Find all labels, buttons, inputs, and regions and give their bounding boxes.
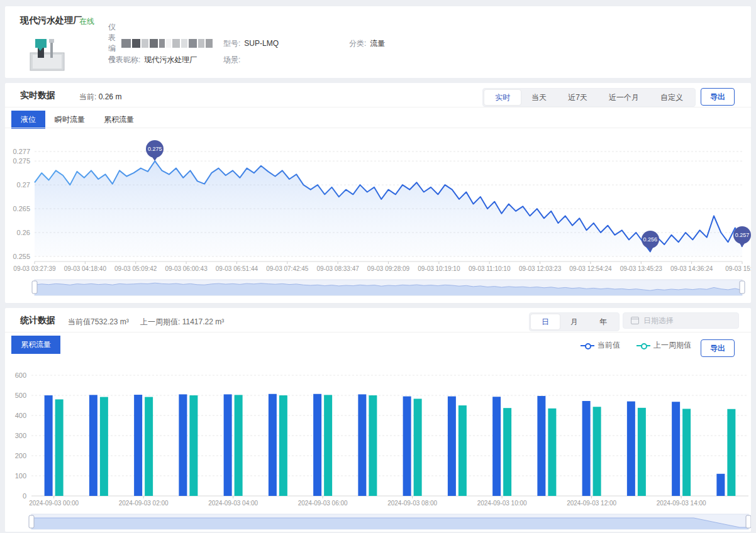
svg-text:0.255: 0.255 <box>13 253 30 260</box>
svg-text:600: 600 <box>15 371 26 379</box>
bar-previous <box>55 399 64 496</box>
bar-current <box>627 402 635 496</box>
bar-current <box>179 394 187 496</box>
category-value: 流量 <box>370 38 385 49</box>
bar-current <box>537 396 545 496</box>
svg-text:300: 300 <box>15 432 26 439</box>
svg-text:100: 100 <box>15 472 26 480</box>
svg-text:09-03 12:54:24: 09-03 12:54:24 <box>569 265 612 272</box>
device-photo <box>29 34 65 72</box>
svg-text:2024-09-03 04:00: 2024-09-03 04:00 <box>208 500 258 507</box>
svg-text:200: 200 <box>15 452 26 459</box>
bar-current <box>313 394 321 496</box>
bar-previous <box>324 395 332 496</box>
svg-text:0.275: 0.275 <box>13 157 30 165</box>
bar-current <box>89 395 97 496</box>
svg-text:09-03 07:42:45: 09-03 07:42:45 <box>266 265 309 272</box>
bar-previous <box>459 405 467 496</box>
bar-current <box>134 395 142 496</box>
online-status-badge: 在线 <box>79 16 94 27</box>
bar-current <box>672 402 680 496</box>
svg-text:500: 500 <box>15 392 26 399</box>
svg-text:0.265: 0.265 <box>13 205 30 212</box>
bar-previous <box>638 408 646 496</box>
min-value-marker: 0.256 <box>642 231 659 248</box>
svg-text:2024-09-03 08:00: 2024-09-03 08:00 <box>387 500 437 507</box>
svg-text:09-03 04:18:40: 09-03 04:18:40 <box>64 265 107 272</box>
last-value-marker: 0.257 <box>733 226 751 244</box>
bar-previous <box>279 395 287 496</box>
bar-previous <box>100 397 108 496</box>
bar-previous <box>414 398 422 496</box>
svg-text:2024-09-03 14:00: 2024-09-03 14:00 <box>657 500 706 507</box>
flow-bar-chart: 60050040030020010002024-09-03 00:002024-… <box>5 308 751 532</box>
svg-text:09-03 06:51:44: 09-03 06:51:44 <box>216 265 258 272</box>
line-datazoom-slider[interactable] <box>32 280 745 295</box>
bar-previous <box>548 409 556 496</box>
svg-text:400: 400 <box>15 412 26 419</box>
bar-current <box>492 397 501 496</box>
svg-text:09-03 12:03:23: 09-03 12:03:23 <box>519 265 562 272</box>
bar-previous <box>145 397 153 496</box>
model-value: SUP-LMQ <box>244 39 279 48</box>
svg-text:2024-09-03 12:00: 2024-09-03 12:00 <box>567 500 616 507</box>
bar-current <box>448 397 456 496</box>
line-slider-right-handle[interactable] <box>740 281 745 294</box>
line-x-axis: 09-03 03:27:3909-03 04:18:4009-03 05:09:… <box>13 261 751 272</box>
svg-text:2024-09-03 02:00: 2024-09-03 02:00 <box>119 500 169 507</box>
bar-current <box>582 401 591 496</box>
bar-current <box>45 395 53 496</box>
svg-text:09-03 09:28:09: 09-03 09:28:09 <box>367 265 410 272</box>
bar-previous <box>235 395 243 496</box>
svg-text:2024-09-03 00:00: 2024-09-03 00:00 <box>29 500 79 507</box>
bar-current <box>358 394 366 496</box>
bar-current <box>224 394 232 496</box>
svg-text:09-03 15:27: 09-03 15:27 <box>725 265 751 272</box>
svg-text:0.277: 0.277 <box>13 148 30 155</box>
nickname-label: 仪表昵称: <box>108 55 140 65</box>
stats-data-card: 统计数据 当前值7532.23 m³ 上一周期值: 11417.22 m³ 日月… <box>5 308 751 532</box>
bar-previous <box>369 395 377 496</box>
bar-current <box>716 474 725 496</box>
svg-text:09-03 13:45:23: 09-03 13:45:23 <box>620 265 663 272</box>
bar-current <box>403 397 411 496</box>
bar-series <box>45 394 736 496</box>
svg-text:09-03 14:36:24: 09-03 14:36:24 <box>670 265 713 272</box>
svg-text:09-03 03:27:39: 09-03 03:27:39 <box>13 265 56 272</box>
redacted-serial <box>121 39 213 48</box>
line-slider-left-handle[interactable] <box>32 281 37 294</box>
bar-previous <box>727 409 735 496</box>
level-line-chart: 0.2770.2750.270.2650.260.25509-03 03:27:… <box>5 83 751 303</box>
scene-label: 场景: <box>223 55 240 65</box>
device-info-grid: 仪表编号: 型号: SUP-LMQ 分类: 流量 仪表昵称: 现代污水处理厂 场… <box>108 35 385 68</box>
bar-datazoom-slider[interactable] <box>29 514 751 529</box>
nickname-value: 现代污水处理厂 <box>144 55 197 65</box>
svg-text:0.27: 0.27 <box>17 181 30 189</box>
bar-previous <box>593 407 601 496</box>
bar-slider-left-handle[interactable] <box>29 515 34 528</box>
svg-text:09-03 11:10:10: 09-03 11:10:10 <box>469 265 511 272</box>
svg-text:2024-09-03 06:00: 2024-09-03 06:00 <box>298 500 348 507</box>
device-name: 现代污水处理厂 <box>20 15 82 26</box>
svg-text:0.26: 0.26 <box>17 229 30 236</box>
bar-previous <box>503 408 511 496</box>
category-label: 分类: <box>349 38 366 49</box>
svg-text:2024-09-03 10:00: 2024-09-03 10:00 <box>477 500 527 507</box>
bar-previous <box>682 409 691 496</box>
model-label: 型号: <box>223 38 240 49</box>
device-photo-graphic <box>29 34 65 72</box>
svg-text:0: 0 <box>23 492 26 500</box>
realtime-data-card: 实时数据 当前: 0.26 m 实时当天近7天近一个月自定义 导出 液位瞬时流量… <box>5 83 751 303</box>
svg-text:09-03 08:33:47: 09-03 08:33:47 <box>317 265 360 272</box>
device-header-card: 现代污水处理厂 在线 仪表编号: 型号: SUP-LMQ 分类: <box>5 6 751 78</box>
svg-text:09-03 05:09:42: 09-03 05:09:42 <box>114 265 157 272</box>
bar-previous <box>189 395 197 496</box>
bar-slider-right-handle[interactable] <box>746 515 751 528</box>
bar-current <box>269 394 277 496</box>
svg-text:09-03 06:00:43: 09-03 06:00:43 <box>165 265 208 272</box>
svg-text:09-03 10:19:10: 09-03 10:19:10 <box>418 265 460 272</box>
